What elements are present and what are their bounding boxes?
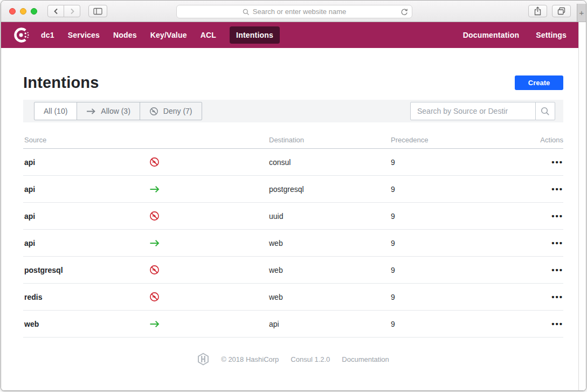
nav-item-settings[interactable]: Settings xyxy=(536,31,567,39)
nav-item-services[interactable]: Services xyxy=(68,31,100,39)
precedence-cell: 9 xyxy=(391,266,499,274)
search-icon xyxy=(541,107,550,116)
precedence-cell: 9 xyxy=(391,293,499,301)
row-actions-button[interactable]: ••• xyxy=(547,291,563,302)
table-row: api postgresql 9 ••• xyxy=(23,176,563,203)
intention-action-cell xyxy=(149,157,269,167)
nav-item-acl[interactable]: ACL xyxy=(201,31,216,39)
sidebar-toggle-button[interactable] xyxy=(88,5,107,17)
source-cell: api xyxy=(23,212,149,221)
intention-action-cell xyxy=(149,239,269,247)
reload-button[interactable] xyxy=(400,8,408,17)
destination-cell: consul xyxy=(269,158,391,167)
plus-icon: + xyxy=(579,8,584,17)
browser-toolbar: Search or enter website name + xyxy=(1,1,586,22)
share-button[interactable] xyxy=(528,5,547,17)
precedence-cell: 9 xyxy=(391,239,499,247)
deny-circle-icon xyxy=(149,292,160,302)
search-button[interactable] xyxy=(535,102,555,120)
filter-toolbar: All (10) Allow (3) Deny (7) xyxy=(23,100,563,122)
precedence-cell: 9 xyxy=(391,158,499,167)
precedence-cell: 9 xyxy=(391,212,499,221)
nav-item-keyvalue[interactable]: Key/Value xyxy=(150,31,187,39)
browser-window: Search or enter website name + xyxy=(1,0,586,391)
page-title: Intentions xyxy=(23,74,99,92)
datacenter-selector[interactable]: dc1 xyxy=(41,31,54,39)
precedence-cell: 9 xyxy=(391,320,499,328)
intentions-search xyxy=(410,102,555,120)
deny-circle-icon xyxy=(149,107,158,116)
reload-icon xyxy=(400,8,408,16)
zoom-icon[interactable] xyxy=(31,8,37,15)
destination-cell: web xyxy=(269,266,391,274)
create-button[interactable]: Create xyxy=(515,75,563,90)
nav-right-menu: Documentation Settings xyxy=(463,31,567,39)
intention-action-cell xyxy=(149,265,269,275)
version-text: Consul 1.2.0 xyxy=(291,355,330,363)
forward-icon xyxy=(69,8,75,15)
page-viewport: dc1 Services Nodes Key/Value ACL Intenti… xyxy=(1,22,586,391)
intention-action-cell xyxy=(149,292,269,302)
window-controls xyxy=(9,8,37,15)
back-button[interactable] xyxy=(47,5,64,17)
column-destination: Destination xyxy=(269,136,391,144)
filter-all[interactable]: All (10) xyxy=(34,102,77,120)
back-icon xyxy=(53,8,59,15)
destination-cell: postgresql xyxy=(269,185,391,194)
row-actions-button[interactable]: ••• xyxy=(547,156,563,168)
footer-documentation-link[interactable]: Documentation xyxy=(342,355,389,363)
row-actions-button[interactable]: ••• xyxy=(547,237,563,249)
forward-button[interactable] xyxy=(64,5,80,17)
source-cell: api xyxy=(23,185,149,194)
row-actions-button[interactable]: ••• xyxy=(547,264,563,276)
table-row: web api 9 ••• xyxy=(23,311,563,338)
filter-all-label: All (10) xyxy=(44,107,67,115)
destination-cell: api xyxy=(269,320,391,328)
nav-item-documentation[interactable]: Documentation xyxy=(463,31,520,39)
column-actions: Actions xyxy=(499,136,563,144)
deny-circle-icon xyxy=(149,211,160,221)
search-input[interactable] xyxy=(410,102,536,120)
url-placeholder: Search or enter website name xyxy=(253,8,346,16)
filter-deny[interactable]: Deny (7) xyxy=(140,102,202,120)
deny-circle-icon xyxy=(149,157,160,167)
minimize-icon[interactable] xyxy=(20,8,26,15)
filter-group: All (10) Allow (3) Deny (7) xyxy=(34,102,202,120)
nav-item-intentions[interactable]: Intentions xyxy=(230,26,280,44)
tab-overview-button[interactable] xyxy=(552,5,571,17)
scrollbar-gutter[interactable] xyxy=(578,22,586,391)
nav-menu: dc1 Services Nodes Key/Value ACL Intenti… xyxy=(41,26,280,44)
row-actions-button[interactable]: ••• xyxy=(547,183,563,195)
intention-action-cell xyxy=(149,185,269,193)
allow-arrow-icon xyxy=(149,185,160,193)
allow-arrow-icon xyxy=(86,108,96,115)
destination-cell: uuid xyxy=(269,212,391,221)
destination-cell: web xyxy=(269,293,391,301)
source-cell: api xyxy=(23,239,149,247)
source-cell: redis xyxy=(23,293,149,301)
source-cell: api xyxy=(23,158,149,167)
allow-arrow-icon xyxy=(149,320,160,328)
address-bar[interactable]: Search or enter website name xyxy=(176,5,412,18)
row-actions-button[interactable]: ••• xyxy=(547,210,563,222)
consul-logo-icon[interactable] xyxy=(12,26,30,44)
intention-action-cell xyxy=(149,320,269,328)
filter-allow[interactable]: Allow (3) xyxy=(77,102,140,120)
toolbar-right-buttons xyxy=(528,5,571,17)
table-row: api uuid 9 ••• xyxy=(23,203,563,230)
new-tab-button[interactable]: + xyxy=(577,4,586,22)
history-buttons xyxy=(47,5,80,17)
table-row: redis web 9 ••• xyxy=(23,284,563,311)
allow-arrow-icon xyxy=(149,239,160,247)
intentions-table: Source Destination Precedence Actions ap… xyxy=(23,122,563,338)
filter-deny-label: Deny (7) xyxy=(163,107,192,115)
row-actions-button[interactable]: ••• xyxy=(547,318,563,329)
consul-navbar: dc1 Services Nodes Key/Value ACL Intenti… xyxy=(1,22,578,48)
close-icon[interactable] xyxy=(9,8,16,15)
table-row: api web 9 ••• xyxy=(23,230,563,257)
deny-circle-icon xyxy=(149,265,160,275)
intention-action-cell xyxy=(149,211,269,221)
hashicorp-logo-icon xyxy=(197,353,209,366)
nav-item-nodes[interactable]: Nodes xyxy=(113,31,137,39)
source-cell: postgresql xyxy=(23,266,149,274)
